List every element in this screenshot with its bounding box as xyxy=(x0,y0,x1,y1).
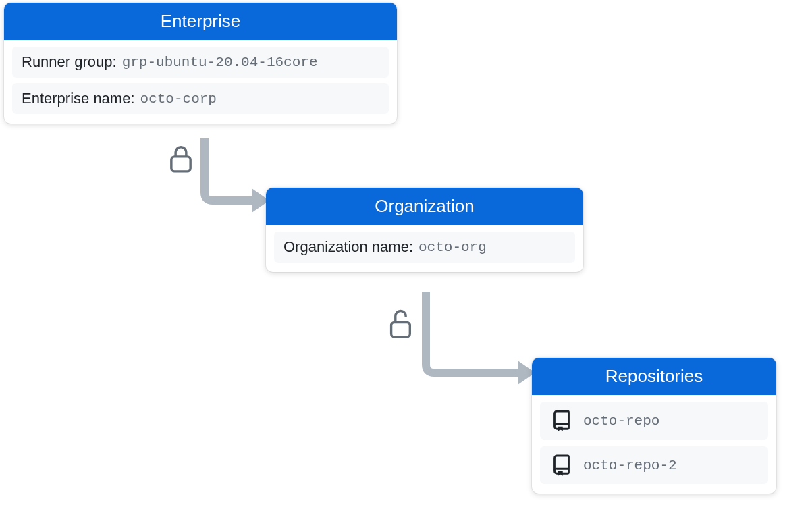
enterprise-name-row: Enterprise name: octo-corp xyxy=(12,83,389,114)
repo-icon xyxy=(552,410,571,431)
repo-row: octo-repo-2 xyxy=(540,446,768,484)
enterprise-name-value: octo-corp xyxy=(140,91,217,107)
svg-rect-1 xyxy=(391,322,410,337)
repositories-body: octo-repo octo-repo-2 xyxy=(532,395,776,494)
lock-open-icon xyxy=(388,307,415,342)
lock-closed-icon xyxy=(168,144,194,176)
enterprise-title: Enterprise xyxy=(4,3,397,40)
repo-icon xyxy=(552,454,571,476)
repositories-card: Repositories octo-repo octo-repo-2 xyxy=(532,358,776,494)
organization-name-row: Organization name: octo-org xyxy=(274,232,575,263)
arrow-enterprise-to-org-icon xyxy=(199,138,273,215)
runner-group-value: grp-ubuntu-20.04-16core xyxy=(122,55,318,70)
runner-group-row: Runner group: grp-ubuntu-20.04-16core xyxy=(12,47,389,78)
runner-group-label: Runner group: xyxy=(22,53,117,71)
repo-name: octo-repo xyxy=(583,413,659,429)
arrow-org-to-repos-icon xyxy=(421,292,542,389)
svg-rect-0 xyxy=(171,157,190,171)
repositories-title: Repositories xyxy=(532,358,776,395)
organization-name-label: Organization name: xyxy=(283,238,413,256)
enterprise-body: Runner group: grp-ubuntu-20.04-16core En… xyxy=(4,40,397,124)
repo-row: octo-repo xyxy=(540,402,768,440)
repo-name: octo-repo-2 xyxy=(583,458,677,473)
organization-body: Organization name: octo-org xyxy=(266,225,583,272)
organization-name-value: octo-org xyxy=(418,240,487,255)
organization-card: Organization Organization name: octo-org xyxy=(266,188,583,272)
enterprise-name-label: Enterprise name: xyxy=(22,90,135,107)
enterprise-card: Enterprise Runner group: grp-ubuntu-20.0… xyxy=(4,3,397,124)
organization-title: Organization xyxy=(266,188,583,225)
